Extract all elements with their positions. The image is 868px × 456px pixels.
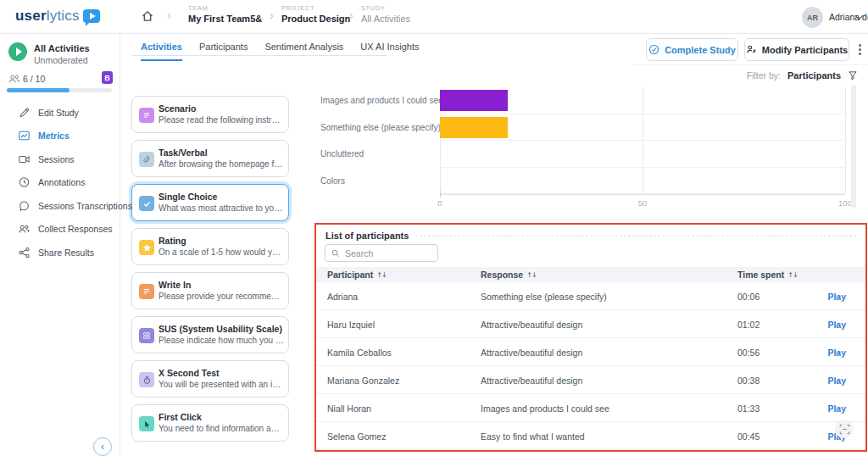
- filter-row: Filter by: Participants: [629, 70, 858, 81]
- column-header-participant[interactable]: Participant↑↓: [327, 267, 387, 282]
- cell-participant: Selena Gomez: [327, 422, 386, 450]
- activity-title: Scenario: [159, 103, 284, 114]
- sidebar-item-label: Share Results: [38, 247, 94, 258]
- home-icon[interactable]: [141, 9, 154, 26]
- modify-participants-button[interactable]: Modify Participants: [744, 38, 849, 61]
- chart-tick-label: 100: [838, 198, 852, 208]
- sidebar-item-sessions-transcriptions[interactable]: Sessions Transcriptions: [0, 194, 120, 218]
- chart-bar-images-and-products-i-could-see[interactable]: [440, 90, 508, 111]
- play-link[interactable]: Play: [827, 282, 846, 310]
- chart-scrollbar[interactable]: [851, 85, 856, 209]
- activity-description: What was most attractive to you ab...: [159, 203, 284, 213]
- annotations-icon: [18, 176, 31, 188]
- sidebar-item-sessions[interactable]: Sessions: [0, 147, 120, 171]
- user-avatar[interactable]: AR: [802, 7, 823, 28]
- breadcrumb-team[interactable]: TEAM My First Team5&: [188, 4, 262, 24]
- participant-search[interactable]: [325, 244, 438, 262]
- table-row-mariana-gonzalez: Mariana Gonzalez Attractive/beautiful de…: [316, 366, 865, 394]
- chart-plot-row: [440, 141, 845, 168]
- user-name: Adriana del Valle: [829, 12, 868, 22]
- check-circle-icon: [648, 44, 659, 55]
- tab-participants[interactable]: Participants: [199, 42, 248, 61]
- collapse-sidebar-button[interactable]: ‹: [93, 437, 112, 456]
- breadcrumb-study-value: All Activities: [361, 14, 410, 24]
- search-input[interactable]: [345, 248, 431, 259]
- activity-card-x-second-test[interactable]: X Second Test You will be presented with…: [131, 360, 289, 398]
- table-header-row: Participant↑↓ Response↑↓ Time spent↑↓: [316, 267, 865, 282]
- tab-activities[interactable]: Activities: [141, 42, 182, 61]
- activity-description: Please read the following instructio...: [159, 115, 284, 125]
- column-header-time-spent[interactable]: Time spent↑↓: [737, 267, 798, 282]
- table-row-haru-izquiel: Haru Izquiel Attractive/beautiful design…: [316, 310, 865, 338]
- cell-participant: Haru Izquiel: [327, 310, 375, 338]
- breadcrumb-study-label: STUDY: [361, 4, 410, 12]
- breadcrumb-project[interactable]: PROJECT Product Design: [281, 4, 350, 24]
- panel-title: List of participants: [326, 231, 409, 241]
- sidebar-item-label: Sessions: [38, 154, 75, 164]
- tab-sentiment-analysis[interactable]: Sentiment Analysis: [264, 42, 343, 61]
- complete-study-label: Complete Study: [665, 45, 736, 55]
- activity-card-first-click[interactable]: First Click You need to find information…: [131, 404, 289, 442]
- chart-tick-mark: [440, 191, 441, 197]
- sort-icon[interactable]: ↑↓: [526, 271, 536, 279]
- logo-text-light: lytics: [47, 8, 80, 25]
- sidebar-item-label: Annotations: [38, 177, 85, 187]
- table-row-niall-horan: Niall Horan Images and products I could …: [316, 394, 865, 422]
- sort-icon[interactable]: ↑↓: [376, 271, 386, 279]
- play-link[interactable]: Play: [827, 394, 846, 422]
- filter-value[interactable]: Participants: [787, 70, 841, 81]
- activity-card-sus-system-usability-scale[interactable]: SUS (System Usability Scale) Please indi…: [131, 316, 289, 353]
- activity-title: SUS (System Usability Scale): [159, 324, 284, 334]
- activity-card-task-verbal[interactable]: Task/Verbal After browsing the homepage …: [131, 140, 289, 177]
- sidebar-item-share-results[interactable]: Share Results: [0, 241, 120, 264]
- filter-funnel-icon[interactable]: [848, 70, 858, 81]
- transcriptions-icon: [18, 200, 31, 212]
- breadcrumb-study[interactable]: STUDY All Activities: [361, 4, 410, 24]
- chart-x-axis: [440, 194, 845, 195]
- cell-time-spent: 00:56: [737, 338, 760, 366]
- capture-region-icon[interactable]: [835, 420, 854, 438]
- more-options-icon[interactable]: [859, 44, 861, 47]
- sort-icon[interactable]: ↑↓: [787, 271, 797, 279]
- study-type: Unmoderated: [34, 55, 88, 65]
- chart-category-label: Images and products I could see: [320, 87, 437, 114]
- sidebar-item-annotations[interactable]: Annotations: [0, 171, 120, 195]
- play-link[interactable]: Play: [827, 366, 846, 394]
- activity-card-rating[interactable]: Rating On a scale of 1-5 how would you r…: [131, 228, 289, 265]
- share-icon: [18, 247, 31, 259]
- activity-card-single-choice[interactable]: Single Choice What was most attractive t…: [131, 184, 289, 221]
- tab-ux-ai-insights[interactable]: UX AI Insights: [360, 42, 419, 61]
- chart-tick-label: 50: [638, 198, 648, 208]
- panel-title-divider: [415, 236, 856, 236]
- paperclip-icon: [139, 152, 154, 167]
- study-play-icon: [8, 42, 27, 61]
- activity-card-write-in[interactable]: Write In Please provide your recommendat…: [131, 272, 289, 309]
- play-link[interactable]: Play: [827, 338, 846, 366]
- activity-card-scenario[interactable]: Scenario Please read the following instr…: [131, 96, 289, 133]
- activity-description: On a scale of 1-5 how would you rat...: [159, 247, 284, 257]
- chart-tick-label: 0: [437, 198, 442, 208]
- userlytics-logo[interactable]: userlytics: [15, 8, 100, 25]
- activity-description: Please indicate how much you agre...: [159, 336, 284, 345]
- play-link[interactable]: Play: [827, 310, 846, 338]
- chart-row-images-and-products-i-could-see: Images and products I could see: [315, 87, 851, 114]
- top-header: userlytics › TEAM My First Team5& › PROJ…: [0, 0, 868, 34]
- complete-study-button[interactable]: Complete Study: [646, 38, 738, 61]
- activities-list: Scenario Please read the following instr…: [131, 96, 289, 442]
- activity-description: You need to find information about ...: [159, 424, 284, 433]
- sidebar-item-label: Metrics: [38, 131, 70, 141]
- left-sidebar: All Activities Unmoderated 6 / 10 B Edit…: [0, 34, 120, 456]
- chart-category-label: Colors: [320, 168, 437, 195]
- cell-participant: Adriana: [327, 282, 358, 310]
- chart-row-colors: Colors: [315, 168, 851, 195]
- metrics-icon: [18, 130, 31, 142]
- study-progress-bar: [7, 88, 112, 92]
- sidebar-item-metrics[interactable]: Metrics: [0, 125, 120, 148]
- cell-response: Something else (please specify): [481, 282, 607, 310]
- sidebar-item-collect-responses[interactable]: Collect Responses: [0, 218, 120, 242]
- sidebar-item-edit-study[interactable]: Edit Study: [0, 101, 120, 125]
- column-header-response[interactable]: Response↑↓: [481, 267, 537, 282]
- chart-bar-something-else-please-specify[interactable]: [440, 117, 508, 138]
- list-of-participants-panel: List of participants Participant↑↓ Respo…: [314, 223, 867, 452]
- single-choice-icon: [139, 196, 154, 211]
